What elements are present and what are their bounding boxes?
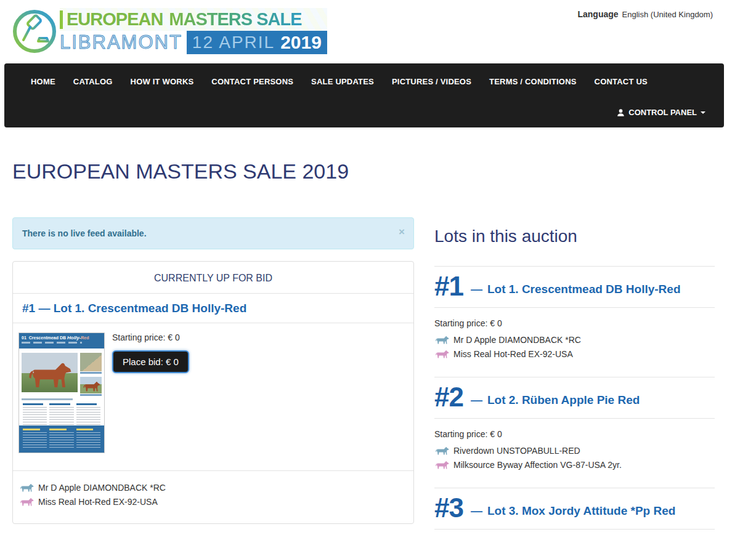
currently-up-for-bid-panel: CURRENTLY UP FOR BID #1 — Lot 1. Crescen… [12, 261, 414, 524]
cow-silhouette [25, 361, 72, 390]
close-icon[interactable]: × [399, 227, 405, 237]
lot-catalog-image[interactable]: 01Crescentmead DB Holly-Red [18, 332, 105, 453]
dam-name: Milksource Byway Affection VG-87-USA 2yr… [453, 460, 622, 470]
left-column: There is no live feed available. × CURRE… [12, 217, 414, 530]
lot-number: #1 [434, 273, 463, 300]
language-selector[interactable]: LanguageEnglish (United Kingdom) [577, 9, 713, 19]
lot-number: #3 [434, 494, 463, 522]
lot-row-1[interactable]: #1 — Lot 1. Crescentmead DB Holly-Red [434, 267, 715, 307]
nav-item-terms-conditions[interactable]: TERMS / CONDITIONS [489, 77, 577, 86]
catalog-page-footer [19, 425, 104, 453]
sire-name: Mr D Apple DIAMONDBACK *RC [453, 335, 581, 345]
caret-down-icon [701, 111, 705, 114]
catalog-page-header: 01Crescentmead DB Holly-Red [19, 333, 104, 349]
lot-separator: — [471, 283, 482, 296]
catalog-lot-name-script: Holly- [67, 335, 81, 340]
cow-icon [434, 350, 449, 359]
logo-accent-bar [60, 10, 63, 29]
lot-title-link[interactable]: Lot 3. Mox Jordy Attitude *Pp Red [487, 504, 675, 518]
lot-row-2[interactable]: #2 — Lot 2. Rüben Apple Pie Red [434, 377, 715, 418]
language-value[interactable]: English (United Kingdom) [622, 10, 713, 19]
lot-separator: — [471, 504, 482, 518]
nav-menu: HOME CATALOG HOW IT WORKS CONTACT PERSON… [4, 63, 724, 86]
catalog-lot-number: 01 [22, 336, 26, 340]
cow-photo-small-2 [80, 377, 102, 393]
pedigree-section: Mr D Apple DIAMONDBACK *RC Miss Real Hot… [13, 471, 413, 523]
starting-price: Starting price: € 0 [434, 429, 715, 439]
sire-name: Mr D Apple DIAMONDBACK *RC [38, 483, 166, 493]
nav-item-contact-us[interactable]: CONTACT US [595, 77, 648, 86]
starting-price: Starting price: € 0 [112, 332, 189, 342]
info-alert: There is no live feed available. × [12, 217, 414, 249]
divider [434, 529, 715, 530]
nav-item-catalog[interactable]: CATALOG [73, 77, 113, 86]
logo-word-european: EUROPEAN [67, 10, 163, 28]
logo-text: EUROPEAN MASTERS SALE LIBRAMONT 12 APRIL… [60, 8, 327, 54]
bull-icon [434, 336, 449, 345]
current-lot-title[interactable]: #1 — Lot 1. Crescentmead DB Holly-Red [13, 294, 413, 323]
bull-icon [434, 446, 449, 456]
nav-item-pictures-videos[interactable]: PICTURES / VIDEOS [392, 77, 471, 86]
site-logo[interactable]: EUROPEAN MASTERS SALE LIBRAMONT 12 APRIL… [11, 8, 327, 55]
lot-row-3[interactable]: #3 — Lot 3. Mox Jordy Attitude *Pp Red [434, 488, 715, 529]
catalog-lot-name: Crescentmead DB [29, 336, 66, 340]
lot-separator: — [471, 393, 482, 407]
cow-photo [22, 353, 78, 392]
logo-date: 12 APRIL [192, 34, 275, 51]
control-panel-dropdown[interactable]: CONTROL PANEL [617, 108, 705, 117]
nav-item-contact-persons[interactable]: CONTACT PERSONS [211, 77, 293, 86]
dam-name: Miss Real Hot-Red EX-92-USA [38, 497, 158, 507]
cow-icon [19, 498, 34, 507]
gavel-circle-icon [11, 8, 58, 55]
page-title: EUROPEAN MASTERS SALE 2019 [12, 159, 756, 183]
logo-datebox: 12 APRIL 2019 [187, 31, 327, 54]
lot-title-link[interactable]: Lot 1. Crescentmead DB Holly-Red [487, 283, 681, 296]
lot-details-1: Starting price: € 0 Mr D Apple DIAMONDBA… [434, 308, 715, 377]
lot-details-2: Starting price: € 0 Riverdown UNSTOPABUL… [434, 419, 715, 488]
starting-price: Starting price: € 0 [434, 318, 715, 328]
lots-heading: Lots in this auction [434, 226, 715, 246]
logo-year: 2019 [280, 33, 322, 52]
language-label: Language [577, 9, 618, 19]
dam-name: Miss Real Hot-Red EX-92-USA [453, 349, 573, 359]
cow-photo-small-1 [80, 353, 102, 371]
control-panel-label: CONTROL PANEL [628, 108, 697, 117]
sire-name: Riverdown UNSTOPABULL-RED [453, 446, 580, 456]
site-header: EUROPEAN MASTERS SALE LIBRAMONT 12 APRIL… [0, 0, 756, 63]
catalog-lot-name-red: Red [81, 336, 89, 340]
place-bid-button[interactable]: Place bid: € 0 [112, 350, 189, 373]
lots-sidebar: Lots in this auction #1 — Lot 1. Crescen… [434, 217, 715, 530]
alert-message: There is no live feed available. [22, 228, 147, 238]
lot-title-link[interactable]: Lot 2. Rüben Apple Pie Red [487, 393, 640, 407]
logo-word-masters-sale: MASTERS SALE [169, 10, 301, 28]
cow-icon [434, 461, 449, 470]
catalog-photos [19, 349, 104, 397]
logo-word-libramont: LIBRAMONT [60, 31, 187, 54]
main-content: EUROPEAN MASTERS SALE 2019 There is no l… [0, 127, 756, 530]
bull-icon [19, 483, 34, 493]
panel-header: CURRENTLY UP FOR BID [13, 262, 413, 293]
nav-item-home[interactable]: HOME [31, 77, 55, 86]
nav-item-how-it-works[interactable]: HOW IT WORKS [131, 77, 194, 86]
nav-item-sale-updates[interactable]: SALE UPDATES [311, 77, 374, 86]
main-navbar: HOME CATALOG HOW IT WORKS CONTACT PERSON… [4, 63, 724, 127]
lot-number: #2 [434, 384, 463, 411]
user-icon [617, 108, 625, 117]
